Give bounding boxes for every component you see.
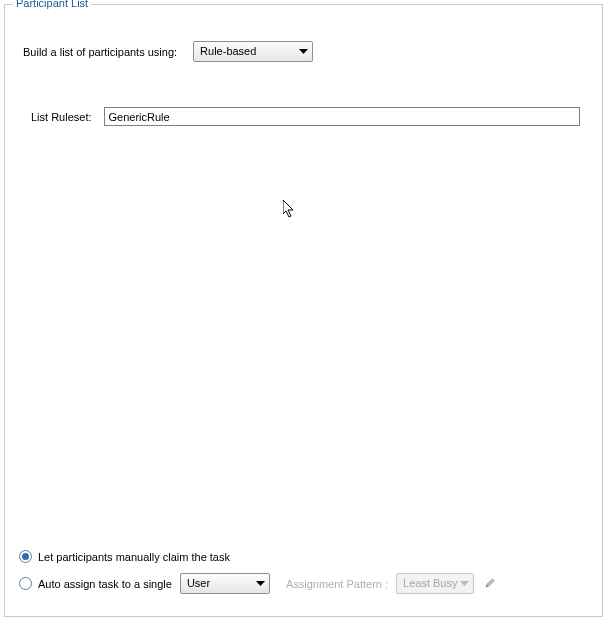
- build-method-value: Rule-based: [200, 42, 256, 61]
- assignment-pattern-select: Least Busy: [396, 573, 474, 594]
- svg-marker-3: [460, 581, 469, 586]
- svg-marker-0: [299, 49, 308, 54]
- radio-row-auto: Auto assign task to a single User Assign…: [19, 573, 588, 594]
- build-method-select[interactable]: Rule-based: [193, 41, 313, 62]
- pencil-icon[interactable]: [482, 577, 496, 591]
- chevron-down-icon: [299, 49, 308, 55]
- radio-row-manual: Let participants manually claim the task: [19, 546, 588, 567]
- svg-rect-4: [487, 578, 495, 586]
- ruleset-input[interactable]: [104, 107, 580, 126]
- radio-manual-label: Let participants manually claim the task: [38, 551, 230, 563]
- assignment-section: Let participants manually claim the task…: [19, 546, 588, 600]
- assignee-type-select[interactable]: User: [180, 573, 270, 594]
- participant-list-fieldset: Participant List Build a list of partici…: [4, 4, 603, 617]
- ruleset-label: List Ruleset:: [31, 111, 92, 123]
- chevron-down-icon: [460, 581, 469, 587]
- svg-marker-2: [256, 581, 265, 586]
- build-method-row: Build a list of participants using: Rule…: [23, 41, 313, 62]
- cursor-icon: [283, 200, 299, 222]
- build-method-label: Build a list of participants using:: [23, 46, 177, 58]
- radio-manual[interactable]: [19, 550, 32, 563]
- fieldset-legend: Participant List: [13, 0, 91, 9]
- assignment-pattern-value: Least Busy: [403, 574, 457, 593]
- assignment-pattern-label: Assignment Pattern :: [286, 578, 388, 590]
- radio-auto[interactable]: [19, 577, 32, 590]
- radio-auto-label: Auto assign task to a single: [38, 578, 172, 590]
- assignee-type-value: User: [187, 574, 210, 593]
- ruleset-row: List Ruleset:: [31, 107, 580, 126]
- svg-marker-1: [283, 200, 293, 217]
- chevron-down-icon: [256, 581, 265, 587]
